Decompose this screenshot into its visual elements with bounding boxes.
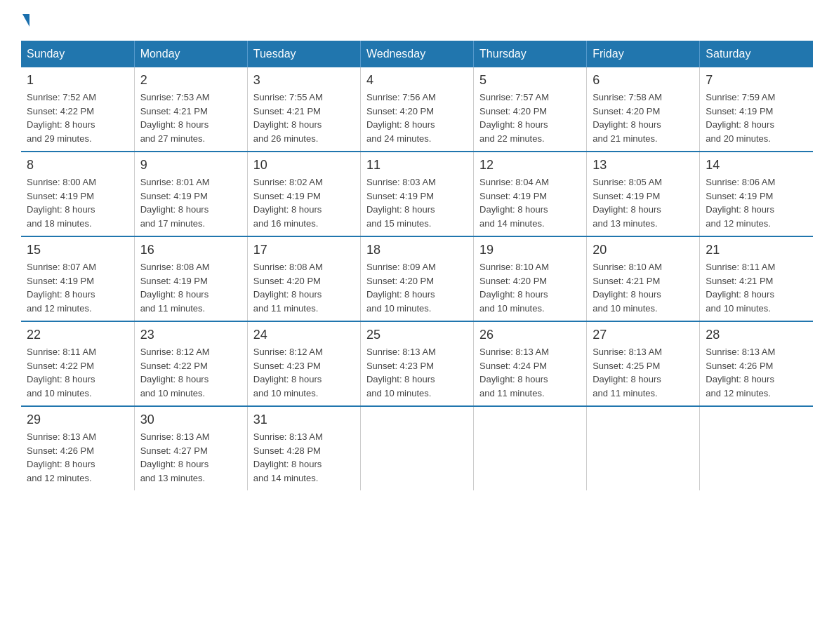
day-number: 7 <box>706 73 807 88</box>
calendar-cell: 8 Sunrise: 8:00 AM Sunset: 4:19 PM Dayli… <box>21 152 134 236</box>
logo-text <box>21 14 31 27</box>
calendar-cell: 21 Sunrise: 8:11 AM Sunset: 4:21 PM Dayl… <box>700 236 813 321</box>
calendar-cell: 4 Sunrise: 7:56 AM Sunset: 4:20 PM Dayli… <box>360 67 473 152</box>
day-number: 19 <box>479 243 581 257</box>
day-detail: Sunrise: 8:11 AM Sunset: 4:22 PM Dayligh… <box>27 345 128 400</box>
calendar-cell: 5 Sunrise: 7:57 AM Sunset: 4:20 PM Dayli… <box>474 67 587 152</box>
calendar-cell: 24 Sunrise: 8:12 AM Sunset: 4:23 PM Dayl… <box>247 321 360 406</box>
day-number: 12 <box>479 158 581 173</box>
day-detail: Sunrise: 8:00 AM Sunset: 4:19 PM Dayligh… <box>27 175 128 230</box>
calendar-cell: 20 Sunrise: 8:10 AM Sunset: 4:21 PM Dayl… <box>587 236 700 321</box>
day-detail: Sunrise: 8:13 AM Sunset: 4:26 PM Dayligh… <box>706 345 807 400</box>
calendar-cell: 28 Sunrise: 8:13 AM Sunset: 4:26 PM Dayl… <box>700 321 813 406</box>
day-number: 20 <box>593 243 694 257</box>
calendar-cell: 6 Sunrise: 7:58 AM Sunset: 4:20 PM Dayli… <box>587 67 700 152</box>
day-number: 29 <box>27 412 128 427</box>
day-number: 10 <box>253 158 355 173</box>
calendar-cell: 26 Sunrise: 8:13 AM Sunset: 4:24 PM Dayl… <box>474 321 587 406</box>
day-detail: Sunrise: 8:12 AM Sunset: 4:23 PM Dayligh… <box>253 345 355 400</box>
day-number: 1 <box>27 73 128 88</box>
day-detail: Sunrise: 8:11 AM Sunset: 4:21 PM Dayligh… <box>706 260 807 315</box>
day-number: 26 <box>479 328 581 342</box>
calendar-cell: 23 Sunrise: 8:12 AM Sunset: 4:22 PM Dayl… <box>134 321 247 406</box>
page-header <box>21 14 813 27</box>
day-number: 25 <box>366 328 468 342</box>
logo <box>21 14 31 27</box>
calendar-cell: 1 Sunrise: 7:52 AM Sunset: 4:22 PM Dayli… <box>21 67 134 152</box>
day-number: 23 <box>140 328 241 342</box>
calendar-table: SundayMondayTuesdayWednesdayThursdayFrid… <box>21 41 813 490</box>
week-row-2: 8 Sunrise: 8:00 AM Sunset: 4:19 PM Dayli… <box>21 152 813 236</box>
day-number: 30 <box>140 412 241 427</box>
calendar-cell: 16 Sunrise: 8:08 AM Sunset: 4:19 PM Dayl… <box>134 236 247 321</box>
day-number: 8 <box>27 158 128 173</box>
day-detail: Sunrise: 8:10 AM Sunset: 4:21 PM Dayligh… <box>593 260 694 315</box>
header-saturday: Saturday <box>700 41 813 67</box>
header-tuesday: Tuesday <box>247 41 360 67</box>
calendar-cell: 13 Sunrise: 8:05 AM Sunset: 4:19 PM Dayl… <box>587 152 700 236</box>
day-detail: Sunrise: 7:56 AM Sunset: 4:20 PM Dayligh… <box>366 90 468 145</box>
day-number: 13 <box>593 158 694 173</box>
calendar-cell: 3 Sunrise: 7:55 AM Sunset: 4:21 PM Dayli… <box>247 67 360 152</box>
calendar-cell: 12 Sunrise: 8:04 AM Sunset: 4:19 PM Dayl… <box>474 152 587 236</box>
calendar-cell: 18 Sunrise: 8:09 AM Sunset: 4:20 PM Dayl… <box>360 236 473 321</box>
day-number: 14 <box>706 158 807 173</box>
calendar-cell: 15 Sunrise: 8:07 AM Sunset: 4:19 PM Dayl… <box>21 236 134 321</box>
calendar-cell: 30 Sunrise: 8:13 AM Sunset: 4:27 PM Dayl… <box>134 406 247 490</box>
calendar-cell: 19 Sunrise: 8:10 AM Sunset: 4:20 PM Dayl… <box>474 236 587 321</box>
day-detail: Sunrise: 8:07 AM Sunset: 4:19 PM Dayligh… <box>27 260 128 315</box>
day-number: 21 <box>706 243 807 257</box>
calendar-cell: 22 Sunrise: 8:11 AM Sunset: 4:22 PM Dayl… <box>21 321 134 406</box>
calendar-cell: 25 Sunrise: 8:13 AM Sunset: 4:23 PM Dayl… <box>360 321 473 406</box>
calendar-cell: 29 Sunrise: 8:13 AM Sunset: 4:26 PM Dayl… <box>21 406 134 490</box>
day-detail: Sunrise: 7:59 AM Sunset: 4:19 PM Dayligh… <box>706 90 807 145</box>
day-number: 22 <box>27 328 128 342</box>
week-row-1: 1 Sunrise: 7:52 AM Sunset: 4:22 PM Dayli… <box>21 67 813 152</box>
calendar-cell: 27 Sunrise: 8:13 AM Sunset: 4:25 PM Dayl… <box>587 321 700 406</box>
day-detail: Sunrise: 8:09 AM Sunset: 4:20 PM Dayligh… <box>366 260 468 315</box>
day-number: 16 <box>140 243 241 257</box>
week-row-4: 22 Sunrise: 8:11 AM Sunset: 4:22 PM Dayl… <box>21 321 813 406</box>
day-detail: Sunrise: 8:13 AM Sunset: 4:27 PM Dayligh… <box>140 430 241 485</box>
day-detail: Sunrise: 8:03 AM Sunset: 4:19 PM Dayligh… <box>366 175 468 230</box>
day-number: 2 <box>140 73 241 88</box>
day-detail: Sunrise: 8:02 AM Sunset: 4:19 PM Dayligh… <box>253 175 355 230</box>
day-number: 3 <box>253 73 355 88</box>
day-detail: Sunrise: 7:57 AM Sunset: 4:20 PM Dayligh… <box>479 90 581 145</box>
day-detail: Sunrise: 7:53 AM Sunset: 4:21 PM Dayligh… <box>140 90 241 145</box>
day-detail: Sunrise: 7:55 AM Sunset: 4:21 PM Dayligh… <box>253 90 355 145</box>
day-number: 6 <box>593 73 694 88</box>
day-number: 31 <box>253 412 355 427</box>
header-thursday: Thursday <box>474 41 587 67</box>
day-number: 27 <box>593 328 694 342</box>
day-detail: Sunrise: 8:13 AM Sunset: 4:25 PM Dayligh… <box>593 345 694 400</box>
calendar-cell <box>474 406 587 490</box>
calendar-cell: 31 Sunrise: 8:13 AM Sunset: 4:28 PM Dayl… <box>247 406 360 490</box>
header-friday: Friday <box>587 41 700 67</box>
day-detail: Sunrise: 8:06 AM Sunset: 4:19 PM Dayligh… <box>706 175 807 230</box>
day-detail: Sunrise: 7:58 AM Sunset: 4:20 PM Dayligh… <box>593 90 694 145</box>
day-detail: Sunrise: 8:12 AM Sunset: 4:22 PM Dayligh… <box>140 345 241 400</box>
day-detail: Sunrise: 8:08 AM Sunset: 4:19 PM Dayligh… <box>140 260 241 315</box>
week-row-5: 29 Sunrise: 8:13 AM Sunset: 4:26 PM Dayl… <box>21 406 813 490</box>
day-detail: Sunrise: 8:13 AM Sunset: 4:28 PM Dayligh… <box>253 430 355 485</box>
calendar-cell: 17 Sunrise: 8:08 AM Sunset: 4:20 PM Dayl… <box>247 236 360 321</box>
day-number: 5 <box>479 73 581 88</box>
calendar-cell <box>360 406 473 490</box>
header-sunday: Sunday <box>21 41 134 67</box>
calendar-header-row: SundayMondayTuesdayWednesdayThursdayFrid… <box>21 41 813 67</box>
calendar-cell: 7 Sunrise: 7:59 AM Sunset: 4:19 PM Dayli… <box>700 67 813 152</box>
calendar-cell: 9 Sunrise: 8:01 AM Sunset: 4:19 PM Dayli… <box>134 152 247 236</box>
day-detail: Sunrise: 8:10 AM Sunset: 4:20 PM Dayligh… <box>479 260 581 315</box>
calendar-cell: 11 Sunrise: 8:03 AM Sunset: 4:19 PM Dayl… <box>360 152 473 236</box>
calendar-cell <box>700 406 813 490</box>
day-number: 18 <box>366 243 468 257</box>
calendar-cell: 2 Sunrise: 7:53 AM Sunset: 4:21 PM Dayli… <box>134 67 247 152</box>
day-number: 17 <box>253 243 355 257</box>
day-number: 15 <box>27 243 128 257</box>
day-number: 4 <box>366 73 468 88</box>
week-row-3: 15 Sunrise: 8:07 AM Sunset: 4:19 PM Dayl… <box>21 236 813 321</box>
day-number: 28 <box>706 328 807 342</box>
day-detail: Sunrise: 8:13 AM Sunset: 4:23 PM Dayligh… <box>366 345 468 400</box>
day-detail: Sunrise: 8:08 AM Sunset: 4:20 PM Dayligh… <box>253 260 355 315</box>
